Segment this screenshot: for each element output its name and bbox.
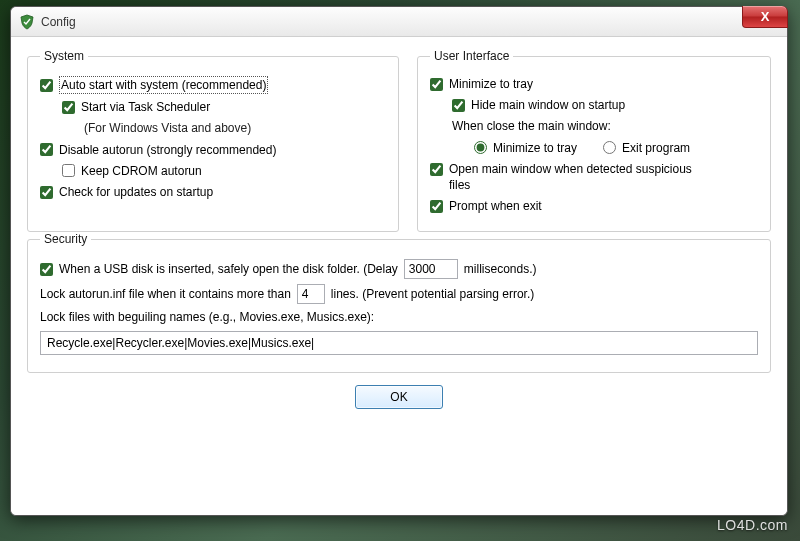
row-check-updates: Check for updates on startup [40, 184, 386, 200]
prompt-exit-checkbox[interactable] [430, 200, 443, 213]
row-lock-autorun: Lock autorun.inf file when it contains m… [40, 284, 758, 304]
titlebar[interactable]: Config X [11, 7, 787, 37]
lock-autorun-suffix: lines. (Prevent potential parsing error.… [331, 286, 534, 302]
scheduler-note: (For Windows Vista and above) [84, 120, 251, 136]
row-lock-files-label: Lock files with beguiling names (e.g., M… [40, 309, 758, 325]
row-hide-main: Hide main window on startup [430, 97, 758, 113]
row-auto-start: Auto start with system (recommended) [40, 76, 386, 94]
minimize-tray-checkbox[interactable] [430, 78, 443, 91]
check-updates-label[interactable]: Check for updates on startup [59, 184, 213, 200]
app-icon [19, 14, 35, 30]
minimize-tray-label[interactable]: Minimize to tray [449, 76, 533, 92]
lock-files-label: Lock files with beguiling names (e.g., M… [40, 309, 374, 325]
keep-cdrom-checkbox[interactable] [62, 164, 75, 177]
row-when-close-label: When close the main window: [430, 118, 758, 134]
check-updates-checkbox[interactable] [40, 186, 53, 199]
radio-minimize-label[interactable]: Minimize to tray [493, 140, 577, 156]
window-title: Config [41, 15, 76, 29]
row-minimize-tray: Minimize to tray [430, 76, 758, 92]
keep-cdrom-label[interactable]: Keep CDROM autorun [81, 163, 202, 179]
disable-autorun-label[interactable]: Disable autorun (strongly recommended) [59, 142, 276, 158]
watermark: LO4D.com [717, 517, 788, 533]
usb-open-suffix: milliseconds.) [464, 261, 537, 277]
button-row: OK [27, 373, 771, 409]
hide-main-label[interactable]: Hide main window on startup [471, 97, 625, 113]
radio-exit-label[interactable]: Exit program [622, 140, 690, 156]
row-usb-open: When a USB disk is inserted, safely open… [40, 259, 758, 279]
close-button[interactable]: X [742, 6, 788, 28]
open-on-detect-label[interactable]: Open main window when detected suspiciou… [449, 161, 709, 193]
disable-autorun-checkbox[interactable] [40, 143, 53, 156]
open-on-detect-checkbox[interactable] [430, 163, 443, 176]
auto-start-label[interactable]: Auto start with system (recommended) [59, 76, 268, 94]
row-keep-cdrom: Keep CDROM autorun [40, 163, 386, 179]
system-legend: System [40, 49, 88, 63]
close-icon: X [761, 9, 770, 24]
ui-group: User Interface Minimize to tray Hide mai… [417, 49, 771, 232]
row-scheduler-note: (For Windows Vista and above) [40, 120, 386, 136]
row-disable-autorun: Disable autorun (strongly recommended) [40, 142, 386, 158]
lock-files-input[interactable] [40, 331, 758, 355]
lines-input[interactable] [297, 284, 325, 304]
hide-main-checkbox[interactable] [452, 99, 465, 112]
row-lock-files-input [40, 331, 758, 355]
usb-open-checkbox[interactable] [40, 263, 53, 276]
ui-legend: User Interface [430, 49, 513, 63]
delay-input[interactable] [404, 259, 458, 279]
task-scheduler-checkbox[interactable] [62, 101, 75, 114]
radio-exit-program[interactable] [603, 141, 616, 154]
row-open-on-detect: Open main window when detected suspiciou… [430, 161, 758, 193]
usb-open-prefix[interactable]: When a USB disk is inserted, safely open… [59, 261, 398, 277]
row-task-scheduler: Start via Task Scheduler [40, 99, 386, 115]
when-close-label: When close the main window: [452, 118, 611, 134]
config-dialog: Config X System Auto start with system (… [10, 6, 788, 516]
top-columns: System Auto start with system (recommend… [27, 49, 771, 232]
client-area: System Auto start with system (recommend… [11, 37, 787, 515]
task-scheduler-label[interactable]: Start via Task Scheduler [81, 99, 210, 115]
auto-start-checkbox[interactable] [40, 79, 53, 92]
ok-button[interactable]: OK [355, 385, 443, 409]
prompt-exit-label[interactable]: Prompt when exit [449, 198, 542, 214]
security-group: Security When a USB disk is inserted, sa… [27, 232, 771, 372]
security-legend: Security [40, 232, 91, 246]
row-close-options: Minimize to tray Exit program [430, 140, 758, 156]
radio-minimize-tray[interactable] [474, 141, 487, 154]
row-prompt-exit: Prompt when exit [430, 198, 758, 214]
lock-autorun-prefix: Lock autorun.inf file when it contains m… [40, 286, 291, 302]
system-group: System Auto start with system (recommend… [27, 49, 399, 232]
